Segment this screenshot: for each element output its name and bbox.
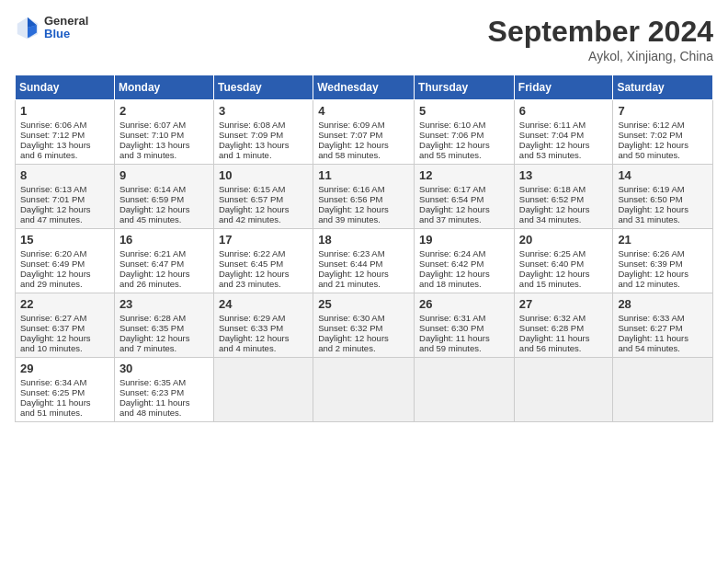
day-info: and 1 minute.	[219, 150, 308, 160]
day-info: Sunset: 6:42 PM	[419, 259, 509, 269]
day-number: 5	[419, 104, 509, 118]
calendar-cell: 11Sunrise: 6:16 AMSunset: 6:56 PMDayligh…	[313, 165, 415, 229]
day-info: and 31 minutes.	[618, 214, 708, 224]
day-number: 19	[419, 233, 509, 247]
calendar-cell: 26Sunrise: 6:31 AMSunset: 6:30 PMDayligh…	[415, 293, 515, 358]
day-info: Sunset: 6:28 PM	[519, 323, 609, 333]
day-info: and 3 minutes.	[119, 150, 209, 160]
day-info: Sunset: 6:44 PM	[318, 259, 409, 269]
day-info: and 37 minutes.	[419, 214, 509, 224]
day-info: Sunset: 6:40 PM	[519, 259, 609, 269]
day-number: 17	[219, 233, 308, 247]
day-info: Sunset: 6:37 PM	[20, 323, 109, 333]
day-info: Daylight: 12 hours	[119, 204, 209, 214]
day-number: 16	[119, 233, 209, 247]
calendar-cell	[514, 358, 613, 422]
day-info: Sunrise: 6:30 AM	[318, 313, 409, 323]
calendar-cell: 7Sunrise: 6:12 AMSunset: 7:02 PMDaylight…	[613, 100, 713, 165]
day-info: Sunset: 6:59 PM	[119, 194, 209, 204]
day-number: 22	[20, 297, 109, 311]
weekday-friday: Friday	[514, 75, 613, 100]
day-info: Sunset: 7:09 PM	[219, 130, 308, 140]
day-number: 26	[419, 297, 509, 311]
day-number: 8	[20, 168, 109, 182]
day-info: Sunrise: 6:26 AM	[618, 248, 708, 259]
calendar-cell: 30Sunrise: 6:35 AMSunset: 6:23 PMDayligh…	[114, 358, 213, 422]
calendar-cell	[613, 358, 713, 422]
day-info: Daylight: 13 hours	[119, 140, 209, 150]
day-number: 12	[419, 168, 509, 182]
day-info: Sunrise: 6:32 AM	[519, 313, 609, 323]
day-info: Sunset: 6:33 PM	[219, 323, 308, 333]
day-info: and 59 minutes.	[419, 343, 509, 353]
day-info: Sunrise: 6:20 AM	[20, 248, 109, 259]
day-info: Sunrise: 6:33 AM	[618, 313, 708, 323]
day-number: 27	[519, 297, 609, 311]
day-info: Sunrise: 6:17 AM	[419, 184, 509, 194]
title-block: September 2024 Aykol, Xinjiang, China	[488, 15, 713, 63]
day-info: Daylight: 13 hours	[20, 140, 109, 150]
day-info: Daylight: 12 hours	[318, 204, 409, 214]
calendar-cell: 2Sunrise: 6:07 AMSunset: 7:10 PMDaylight…	[114, 100, 213, 165]
day-number: 6	[519, 104, 609, 118]
day-info: Sunset: 6:32 PM	[318, 323, 409, 333]
day-info: Daylight: 12 hours	[318, 140, 409, 150]
day-info: Sunset: 7:04 PM	[519, 130, 609, 140]
calendar-week-3: 15Sunrise: 6:20 AMSunset: 6:49 PMDayligh…	[16, 229, 713, 293]
day-info: Sunrise: 6:11 AM	[519, 120, 609, 130]
day-number: 18	[318, 233, 409, 247]
calendar-cell: 15Sunrise: 6:20 AMSunset: 6:49 PMDayligh…	[16, 229, 115, 293]
day-info: Daylight: 12 hours	[419, 140, 509, 150]
day-number: 3	[219, 104, 308, 118]
day-info: and 6 minutes.	[20, 150, 109, 160]
day-info: Sunset: 6:45 PM	[219, 259, 308, 269]
calendar-cell	[313, 358, 415, 422]
page-header: General Blue September 2024 Aykol, Xinji…	[15, 15, 713, 63]
day-number: 1	[20, 104, 109, 118]
day-info: Sunrise: 6:08 AM	[219, 120, 308, 130]
day-info: Sunrise: 6:27 AM	[20, 313, 109, 323]
day-info: and 51 minutes.	[20, 408, 109, 418]
day-info: Sunset: 6:39 PM	[618, 259, 708, 269]
day-number: 15	[20, 233, 109, 247]
day-info: Daylight: 12 hours	[219, 333, 308, 343]
day-info: Sunrise: 6:21 AM	[119, 248, 209, 259]
day-info: Sunrise: 6:29 AM	[219, 313, 308, 323]
day-info: Daylight: 12 hours	[219, 204, 308, 214]
day-info: Sunset: 6:47 PM	[119, 259, 209, 269]
day-info: Daylight: 11 hours	[519, 333, 609, 343]
day-info: Sunset: 6:52 PM	[519, 194, 609, 204]
day-info: and 7 minutes.	[119, 343, 209, 353]
day-info: Sunrise: 6:34 AM	[20, 377, 109, 387]
weekday-tuesday: Tuesday	[213, 75, 313, 100]
day-info: Sunset: 6:35 PM	[119, 323, 209, 333]
day-info: Sunrise: 6:19 AM	[618, 184, 708, 194]
calendar-cell: 13Sunrise: 6:18 AMSunset: 6:52 PMDayligh…	[514, 165, 613, 229]
day-info: Daylight: 12 hours	[519, 204, 609, 214]
day-info: and 56 minutes.	[519, 343, 609, 353]
day-info: and 45 minutes.	[119, 214, 209, 224]
day-info: Sunrise: 6:12 AM	[618, 120, 708, 130]
day-info: Sunset: 6:50 PM	[618, 194, 708, 204]
day-info: Sunrise: 6:07 AM	[119, 120, 209, 130]
day-info: Sunset: 6:27 PM	[618, 323, 708, 333]
day-info: and 4 minutes.	[219, 343, 308, 353]
day-info: Daylight: 11 hours	[618, 333, 708, 343]
calendar-cell: 16Sunrise: 6:21 AMSunset: 6:47 PMDayligh…	[114, 229, 213, 293]
day-info: and 48 minutes.	[119, 408, 209, 418]
day-info: and 55 minutes.	[419, 150, 509, 160]
calendar-cell: 20Sunrise: 6:25 AMSunset: 6:40 PMDayligh…	[514, 229, 613, 293]
day-info: Sunset: 6:30 PM	[419, 323, 509, 333]
day-info: and 10 minutes.	[20, 343, 109, 353]
day-info: Sunrise: 6:16 AM	[318, 184, 409, 194]
calendar-cell: 1Sunrise: 6:06 AMSunset: 7:12 PMDaylight…	[16, 100, 115, 165]
day-info: Daylight: 12 hours	[119, 269, 209, 279]
day-info: Sunrise: 6:06 AM	[20, 120, 109, 130]
calendar-cell: 17Sunrise: 6:22 AMSunset: 6:45 PMDayligh…	[213, 229, 313, 293]
calendar-cell: 25Sunrise: 6:30 AMSunset: 6:32 PMDayligh…	[313, 293, 415, 358]
day-info: Daylight: 11 hours	[119, 397, 209, 408]
day-info: and 42 minutes.	[219, 214, 308, 224]
day-number: 23	[119, 297, 209, 311]
day-info: Daylight: 12 hours	[519, 140, 609, 150]
calendar-week-5: 29Sunrise: 6:34 AMSunset: 6:25 PMDayligh…	[16, 358, 713, 422]
